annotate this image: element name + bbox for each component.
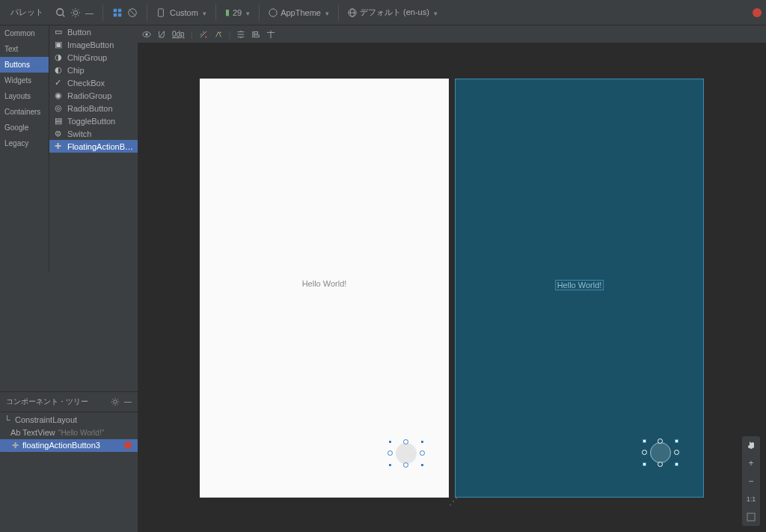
locale-select[interactable]: デフォルト (en-us) <box>348 7 438 18</box>
palette-item-chipgroup[interactable]: ◑ChipGroup <box>49 51 138 64</box>
search-icon[interactable] <box>55 7 66 18</box>
svg-rect-5 <box>159 8 164 16</box>
infer-constraints-icon[interactable] <box>214 30 223 39</box>
palette-item-radiogroup[interactable]: ◉RadioGroup <box>49 89 138 102</box>
palette-item-chip[interactable]: ◐Chip <box>49 64 138 76</box>
textview-preview[interactable]: Hello World! <box>302 279 347 288</box>
clear-constraints-icon[interactable] <box>199 30 208 39</box>
textview-blueprint[interactable]: Hello World! <box>555 280 604 290</box>
design-mode-icon[interactable] <box>112 7 123 18</box>
svg-point-15 <box>219 31 221 33</box>
device-select[interactable]: Custom <box>170 8 206 17</box>
fab-shape <box>396 443 417 464</box>
palette-items: ▭Button▣ImageButton◑ChipGroup◐Chip✓Check… <box>49 25 138 272</box>
palette-category-buttons[interactable]: Buttons <box>0 57 49 73</box>
svg-rect-24 <box>747 513 755 521</box>
canvas[interactable]: Hello World! ⋰ Hello Wo <box>138 43 766 532</box>
fab-icon: ✚ <box>54 142 63 151</box>
palette-category-layouts[interactable]: Layouts <box>0 88 49 104</box>
palette-item-label: ImageButton <box>67 40 114 49</box>
palette-item-switch[interactable]: ⊜Switch <box>49 127 138 140</box>
palette-category-text[interactable]: Text <box>0 41 49 57</box>
palette-item-togglebutton[interactable]: ▤ToggleButton <box>49 114 138 127</box>
magnet-icon[interactable] <box>157 30 166 39</box>
design-view[interactable]: Hello World! ⋰ <box>200 79 449 498</box>
palette-item-label: ChipGroup <box>67 53 107 62</box>
palette-item-label: FloatingActionB… <box>67 142 133 151</box>
svg-line-1 <box>63 14 65 16</box>
palette-item-label: Chip <box>67 66 85 75</box>
align-icon[interactable] <box>251 30 260 39</box>
tree-node-hint: "Hello World!" <box>58 429 104 437</box>
palette-title: パレット <box>10 7 43 18</box>
guideline-icon[interactable] <box>266 30 275 39</box>
separator: | <box>229 30 231 39</box>
layout-icon: └ <box>3 415 12 424</box>
gear-icon[interactable] <box>111 397 120 406</box>
separator: | <box>191 30 193 39</box>
orientation-icon[interactable] <box>156 8 165 17</box>
eye-icon[interactable] <box>142 30 151 39</box>
palette-item-label: Switch <box>67 129 91 138</box>
gear-icon[interactable] <box>70 7 81 18</box>
checkbox-icon: ✓ <box>54 79 63 88</box>
pack-icon[interactable] <box>236 30 245 39</box>
component-tree-header: コンポーネント・ツリー — <box>0 391 138 412</box>
svg-point-6 <box>269 8 277 16</box>
tree-node-label: ConstraintLayout <box>15 415 77 424</box>
theme-select[interactable]: AppTheme <box>269 8 329 17</box>
palette-category-containers[interactable]: Containers <box>0 104 49 120</box>
default-margin-button[interactable]: 0dp <box>172 30 185 38</box>
switch-icon: ⊜ <box>54 129 63 138</box>
minimize-icon[interactable]: — <box>124 397 132 406</box>
resize-grip[interactable]: ⋰ <box>449 496 458 507</box>
design-toolbar: 0dp | | <box>138 25 766 43</box>
chip-icon: ◐ <box>54 66 63 75</box>
blueprint-view[interactable]: Hello World! <box>455 79 704 498</box>
tree-title: コンポーネント・ツリー <box>6 397 106 407</box>
svg-point-0 <box>57 8 64 15</box>
fab-selection[interactable] <box>390 442 422 465</box>
svg-point-12 <box>145 33 147 35</box>
fab-selection-blueprint[interactable] <box>645 441 676 464</box>
palette-item-imagebutton[interactable]: ▣ImageButton <box>49 38 138 51</box>
palette-item-button[interactable]: ▭Button <box>49 25 138 38</box>
blueprint-mode-icon[interactable] <box>127 7 138 18</box>
palette-item-label: Button <box>67 28 91 37</box>
tree-node-constraintlayout[interactable]: └ConstraintLayout <box>0 414 138 426</box>
svg-point-2 <box>73 10 77 14</box>
tree-node-textview[interactable]: AbTextView "Hello World!" <box>0 426 138 439</box>
zoom-fit-button[interactable] <box>742 508 760 526</box>
palette-category-legacy[interactable]: Legacy <box>0 135 49 151</box>
palette-categories: CommonTextButtonsWidgetsLayoutsContainer… <box>0 25 49 272</box>
globe-icon <box>348 8 357 17</box>
palette-category-common[interactable]: Common <box>0 25 49 41</box>
minimize-icon[interactable]: — <box>85 8 94 17</box>
palette-item-floatingactionb[interactable]: ✚FloatingActionB… <box>49 140 138 153</box>
zoom-out-button[interactable]: − <box>742 472 760 490</box>
theme-icon <box>269 8 278 17</box>
text-icon: Ab <box>10 428 19 437</box>
palette-item-checkbox[interactable]: ✓CheckBox <box>49 76 138 89</box>
svg-point-10 <box>114 400 117 403</box>
svg-point-14 <box>205 36 207 38</box>
palette-category-widgets[interactable]: Widgets <box>0 73 49 88</box>
palette-item-label: CheckBox <box>67 79 105 88</box>
palette-item-label: ToggleButton <box>67 117 115 126</box>
device-label: Custom <box>170 8 198 17</box>
palette-category-google[interactable]: Google <box>0 120 49 135</box>
zoom-reset-button[interactable]: 1:1 <box>742 490 760 508</box>
error-indicator[interactable] <box>753 8 762 17</box>
pan-button[interactable] <box>742 436 760 454</box>
api-select[interactable]: ▮ 29 <box>225 7 250 17</box>
main-toolbar: パレット — Custom ▮ 29 AppTheme デフォルト (en-us… <box>0 0 766 25</box>
design-surface: 0dp | | Hello World! <box>138 25 766 532</box>
palette-item-radiobutton[interactable]: ◎RadioButton <box>49 102 138 114</box>
radio-button-icon: ◎ <box>54 104 63 113</box>
tree-node-floatingactionbutton3[interactable]: ✚floatingActionButton3 <box>0 439 138 452</box>
api-label: 29 <box>233 8 242 17</box>
zoom-in-button[interactable]: + <box>742 454 760 472</box>
fab-shape <box>650 442 671 463</box>
theme-label: AppTheme <box>281 8 321 17</box>
fab-icon: ✚ <box>10 441 19 450</box>
